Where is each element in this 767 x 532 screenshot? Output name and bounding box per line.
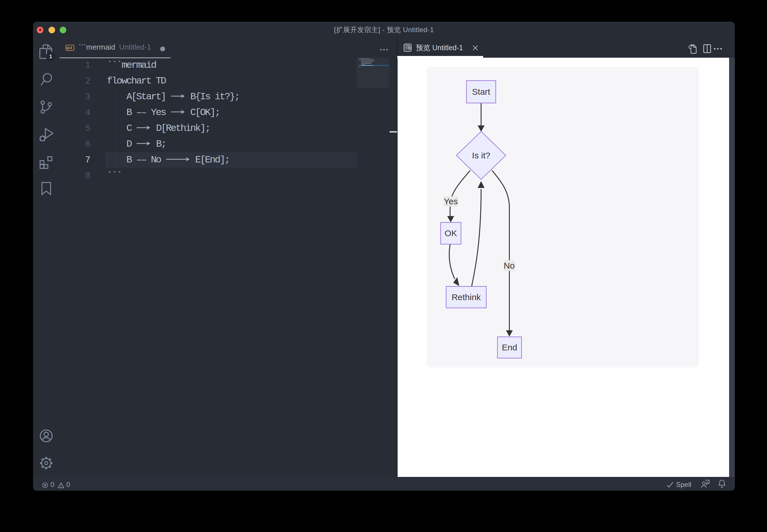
svg-text:No: No: [504, 261, 515, 270]
svg-text:M: M: [67, 46, 70, 50]
svg-text:Rethink: Rethink: [452, 292, 481, 302]
svg-text:Is it?: Is it?: [472, 151, 490, 160]
svg-text:Yes: Yes: [444, 197, 458, 206]
svg-text:End: End: [502, 343, 517, 352]
svg-text:Start: Start: [472, 87, 490, 96]
svg-text:OK: OK: [445, 228, 457, 238]
